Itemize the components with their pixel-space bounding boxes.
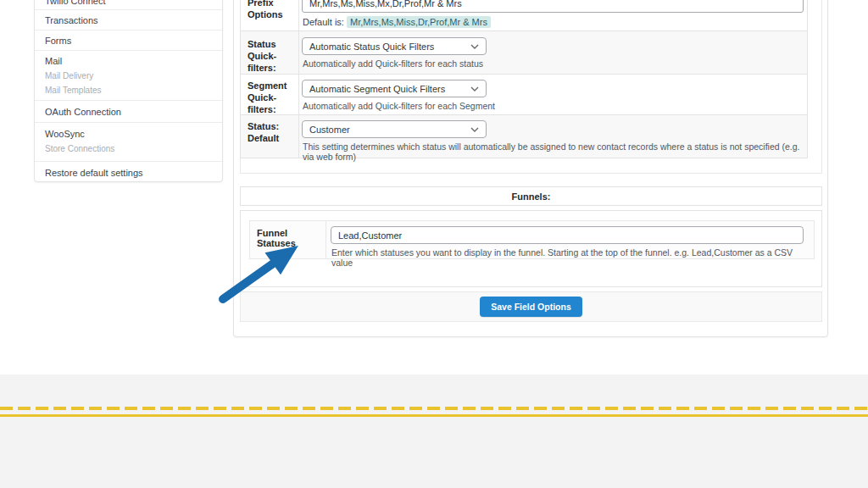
field-settings-table: Prefix Options Default is: Mr,Mrs,Ms,Mis… bbox=[240, 0, 808, 158]
sidebar-item-oauth-connection[interactable]: OAuth Connection bbox=[35, 101, 222, 123]
prefix-options-row: Prefix Options Default is: Mr,Mrs,Ms,Mis… bbox=[241, 0, 807, 30]
yellow-solid-divider bbox=[0, 414, 868, 417]
chevron-down-icon bbox=[470, 86, 479, 92]
status-default-content: Customer This setting determines which s… bbox=[299, 115, 807, 158]
status-default-row: Status: Default Customer This setting de… bbox=[241, 114, 807, 158]
sidebar-item-mail[interactable]: Mail Mail Delivery Mail Templates bbox=[35, 51, 222, 101]
funnel-statuses-row: Funnel Statuses Enter which statuses you… bbox=[249, 220, 815, 259]
status-quick-filters-select[interactable]: Automatic Status Quick Filters bbox=[302, 37, 487, 55]
sidebar-item-label: Mail bbox=[45, 51, 222, 66]
sidebar-subitem-store-connections[interactable]: Store Connections bbox=[45, 144, 222, 153]
crm-settings-page: Twilio Connect Transactions Forms Mail M… bbox=[0, 0, 868, 488]
chevron-down-icon bbox=[470, 44, 479, 49]
sidebar-subitem-mail-delivery[interactable]: Mail Delivery bbox=[45, 71, 222, 80]
segment-quick-filters-label: Segment Quick-filters: bbox=[241, 75, 299, 114]
sidebar-item-twilio-connect[interactable]: Twilio Connect bbox=[35, 0, 222, 10]
save-field-options-button[interactable]: Save Field Options bbox=[480, 297, 582, 317]
prefix-options-label: Prefix Options bbox=[241, 0, 299, 30]
segment-quick-filters-select[interactable]: Automatic Segment Quick Filters bbox=[302, 80, 487, 97]
sidebar-subitem-mail-templates[interactable]: Mail Templates bbox=[45, 86, 222, 95]
segment-quick-filters-content: Automatic Segment Quick Filters Automati… bbox=[299, 75, 807, 114]
save-bar: Save Field Options bbox=[240, 291, 822, 322]
funnel-statuses-description: Enter which statuses you want to display… bbox=[331, 247, 814, 268]
status-default-description: This setting determines which status wil… bbox=[303, 141, 807, 162]
funnel-statuses-input[interactable] bbox=[331, 226, 804, 244]
funnels-section-header: Funnels: bbox=[240, 186, 822, 206]
status-default-label: Status: Default bbox=[241, 115, 299, 158]
prefix-options-content: Default is: Mr,Mrs,Ms,Miss,Dr,Prof,Mr & … bbox=[299, 0, 807, 30]
funnels-section-title: Funnels: bbox=[512, 191, 551, 202]
sidebar-item-forms[interactable]: Forms bbox=[35, 30, 222, 51]
sidebar-item-label: Forms bbox=[45, 30, 222, 46]
sidebar-item-label: WooSync bbox=[45, 123, 222, 139]
prefix-default-label: Default is: bbox=[303, 17, 344, 27]
funnel-statuses-label: Funnel Statuses bbox=[250, 221, 326, 258]
sidebar-item-label: Transactions bbox=[45, 10, 222, 25]
status-quick-filters-row: Status Quick-filters: Automatic Status Q… bbox=[241, 30, 807, 74]
prefix-default-line: Default is: Mr,Mrs,Ms,Miss,Dr,Prof,Mr & … bbox=[303, 17, 807, 27]
status-quick-filters-content: Automatic Status Quick Filters Automatic… bbox=[299, 31, 807, 74]
sidebar-item-label: Twilio Connect bbox=[45, 0, 222, 6]
chevron-down-icon bbox=[470, 127, 479, 132]
sidebar-item-restore-defaults[interactable]: Restore default settings bbox=[35, 162, 222, 183]
status-quick-filters-description: Automatically add Quick-filters for each… bbox=[303, 58, 807, 69]
bottom-band bbox=[0, 374, 868, 488]
segment-quick-filters-row: Segment Quick-filters: Automatic Segment… bbox=[241, 74, 807, 114]
sidebar-item-label: Restore default settings bbox=[45, 162, 222, 178]
prefix-options-input[interactable] bbox=[302, 0, 804, 13]
funnels-section: Funnel Statuses Enter which statuses you… bbox=[240, 210, 822, 287]
status-default-select[interactable]: Customer bbox=[302, 120, 487, 138]
funnel-statuses-content: Enter which statuses you want to display… bbox=[326, 221, 814, 258]
segment-quick-filters-selected-value: Automatic Segment Quick Filters bbox=[309, 84, 445, 94]
sidebar-item-transactions[interactable]: Transactions bbox=[35, 10, 222, 30]
sidebar-item-woosync[interactable]: WooSync Store Connections bbox=[35, 123, 222, 162]
sidebar-item-label: OAuth Connection bbox=[45, 101, 222, 117]
status-quick-filters-label: Status Quick-filters: bbox=[241, 31, 299, 74]
settings-sidebar: Twilio Connect Transactions Forms Mail M… bbox=[34, 0, 223, 182]
segment-quick-filters-description: Automatically add Quick-filters for each… bbox=[303, 101, 807, 111]
status-quick-filters-selected-value: Automatic Status Quick Filters bbox=[309, 42, 434, 52]
yellow-dashed-divider bbox=[0, 407, 868, 410]
prefix-default-value: Mr,Mrs,Ms,Miss,Dr,Prof,Mr & Mrs bbox=[347, 16, 491, 28]
status-default-selected-value: Customer bbox=[309, 125, 350, 135]
